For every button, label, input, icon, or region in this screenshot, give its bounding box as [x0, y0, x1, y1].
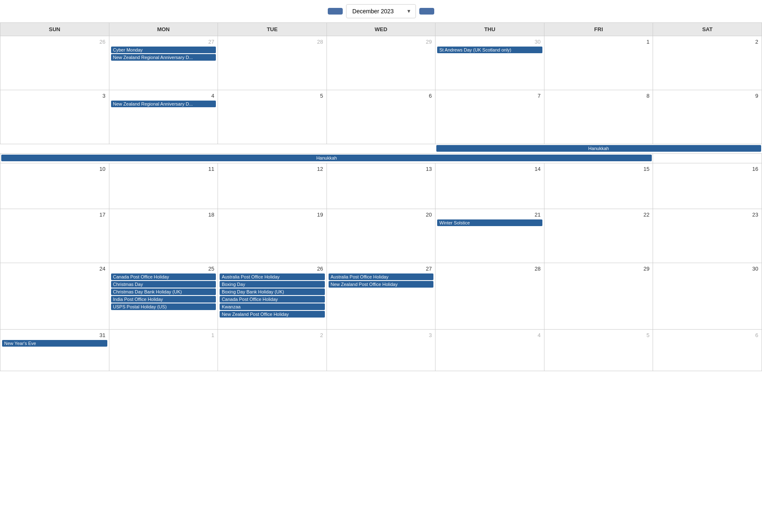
calendar-cell[interactable]: 26 — [0, 36, 109, 90]
day-number: 18 — [111, 211, 216, 219]
calendar-cell[interactable]: 7 — [435, 90, 544, 144]
calendar-cell[interactable]: 16 — [653, 163, 762, 209]
calendar-event[interactable]: Christmas Day Bank Holiday (UK) — [111, 288, 216, 295]
calendar-event[interactable]: New Zealand Post Office Holiday — [329, 281, 434, 288]
calendar-cell[interactable]: 30St Andrews Day (UK Scotland only) — [435, 36, 544, 90]
day-number: 12 — [220, 165, 325, 174]
calendar-cell[interactable]: 24 — [0, 263, 109, 330]
day-number: 1 — [546, 38, 651, 47]
calendar-cell[interactable]: 28 — [218, 36, 327, 90]
calendar-cell[interactable]: 5 — [544, 330, 653, 371]
calendar-cell[interactable]: 27Cyber MondayNew Zealand Regional Anniv… — [109, 36, 218, 90]
hanukkah-event-week2[interactable]: Hanukkah — [436, 145, 761, 152]
calendar-cell[interactable]: 3 — [327, 330, 435, 371]
calendar-event[interactable]: New Zealand Post Office Holiday — [220, 311, 325, 318]
header-wed: WED — [327, 23, 435, 36]
day-number: 4 — [111, 92, 216, 101]
calendar-cell[interactable]: 9 — [653, 90, 762, 144]
day-number: 2 — [220, 331, 325, 340]
day-number: 30 — [437, 38, 542, 47]
week-row: 2627Cyber MondayNew Zealand Regional Ann… — [0, 36, 762, 90]
day-number: 9 — [655, 92, 760, 101]
calendar-event[interactable]: Australia Post Office Holiday — [329, 273, 434, 280]
calendar-event[interactable]: Boxing Day Bank Holiday (UK) — [220, 288, 325, 295]
calendar-event[interactable]: Boxing Day — [220, 281, 325, 288]
calendar-cell[interactable]: 10 — [0, 163, 109, 209]
calendar-cell[interactable]: 22 — [544, 209, 653, 263]
calendar-cell[interactable]: 20 — [327, 209, 435, 263]
calendar-event[interactable]: New Zealand Regional Anniversary D... — [111, 101, 216, 107]
calendar-cell[interactable]: 28 — [435, 263, 544, 330]
calendar-cell[interactable]: 25Canada Post Office HolidayChristmas Da… — [109, 263, 218, 330]
calendar-event[interactable]: New Zealand Regional Anniversary D... — [111, 54, 216, 61]
day-number: 4 — [437, 331, 542, 340]
day-number: 13 — [329, 165, 434, 174]
calendar-event[interactable]: Christmas Day — [111, 281, 216, 288]
calendar-cell[interactable]: 5 — [218, 90, 327, 144]
day-number: 6 — [655, 331, 760, 340]
calendar-cell[interactable]: 31New Year's Eve — [0, 330, 109, 371]
day-number: 6 — [329, 92, 434, 101]
calendar-event[interactable]: Kwanzaa — [220, 303, 325, 310]
calendar-cell[interactable]: 4 — [435, 330, 544, 371]
calendar-cell[interactable]: 23 — [653, 209, 762, 263]
header-sat: SAT — [653, 23, 762, 36]
calendar-event[interactable]: Canada Post Office Holiday — [220, 296, 325, 303]
calendar-cell[interactable]: 2 — [653, 36, 762, 90]
calendar-cell[interactable]: 1 — [109, 330, 218, 371]
header-sun: SUN — [0, 23, 109, 36]
calendar-cell[interactable]: 4New Zealand Regional Anniversary D... — [109, 90, 218, 144]
spanning-event-row: Hanukkah — [0, 154, 762, 163]
calendar-cell[interactable]: 12 — [218, 163, 327, 209]
calendar-cell[interactable]: 6 — [327, 90, 435, 144]
calendar-cell[interactable]: 3 — [0, 90, 109, 144]
next-button[interactable] — [419, 8, 434, 15]
calendar-cell[interactable]: 2 — [218, 330, 327, 371]
calendar-cell[interactable]: 30 — [653, 263, 762, 330]
day-number: 28 — [437, 265, 542, 273]
calendar-cell[interactable]: 18 — [109, 209, 218, 263]
chevron-down-icon: ▼ — [406, 8, 416, 14]
calendar-event[interactable]: India Post Office Holiday — [111, 296, 216, 303]
calendar-cell[interactable]: 1 — [544, 36, 653, 90]
calendar-table: SUN MON TUE WED THU FRI SAT 2627Cyber Mo… — [0, 22, 762, 371]
day-headers-row: SUN MON TUE WED THU FRI SAT — [0, 23, 762, 36]
calendar-cell[interactable]: 29 — [544, 263, 653, 330]
calendar-cell[interactable]: 15 — [544, 163, 653, 209]
calendar-cell[interactable]: 13 — [327, 163, 435, 209]
calendar-cell[interactable]: 8 — [544, 90, 653, 144]
day-number: 22 — [546, 211, 651, 219]
calendar-cell[interactable]: 6 — [653, 330, 762, 371]
calendar-event[interactable]: St Andrews Day (UK Scotland only) — [437, 47, 542, 53]
day-number: 23 — [655, 211, 760, 219]
calendar-event[interactable]: Australia Post Office Holiday — [220, 273, 325, 280]
week-row: 34New Zealand Regional Anniversary D...5… — [0, 90, 762, 144]
week-row: 31New Year's Eve123456 — [0, 330, 762, 371]
calendar-cell[interactable]: 14 — [435, 163, 544, 209]
day-number: 28 — [220, 38, 325, 47]
calendar-cell[interactable]: 27Australia Post Office HolidayNew Zeala… — [327, 263, 435, 330]
hanukkah-event-week3[interactable]: Hanukkah — [1, 155, 652, 161]
spanning-event-row: Hanukkah — [0, 144, 762, 154]
calendar-cell[interactable]: 26Australia Post Office HolidayBoxing Da… — [218, 263, 327, 330]
calendar-cell[interactable]: 19 — [218, 209, 327, 263]
day-number: 3 — [329, 331, 434, 340]
calendar-cell[interactable]: 21Winter Solstice — [435, 209, 544, 263]
month-select-input[interactable]: December 2023 — [346, 5, 406, 18]
day-number: 1 — [111, 331, 216, 340]
day-number: 26 — [220, 265, 325, 273]
month-selector[interactable]: December 2023 ▼ — [346, 4, 416, 18]
day-number: 3 — [2, 92, 107, 101]
day-number: 10 — [2, 165, 107, 174]
calendar-event[interactable]: USPS Postal Holiday (US) — [111, 303, 216, 310]
week-row: 1718192021Winter Solstice2223 — [0, 209, 762, 263]
calendar-cell[interactable]: 11 — [109, 163, 218, 209]
day-number: 24 — [2, 265, 107, 273]
calendar-event[interactable]: Cyber Monday — [111, 47, 216, 53]
calendar-cell[interactable]: 29 — [327, 36, 435, 90]
previous-button[interactable] — [328, 8, 343, 15]
calendar-event[interactable]: New Year's Eve — [2, 340, 107, 347]
calendar-event[interactable]: Winter Solstice — [437, 219, 542, 226]
calendar-cell[interactable]: 17 — [0, 209, 109, 263]
calendar-event[interactable]: Canada Post Office Holiday — [111, 273, 216, 280]
